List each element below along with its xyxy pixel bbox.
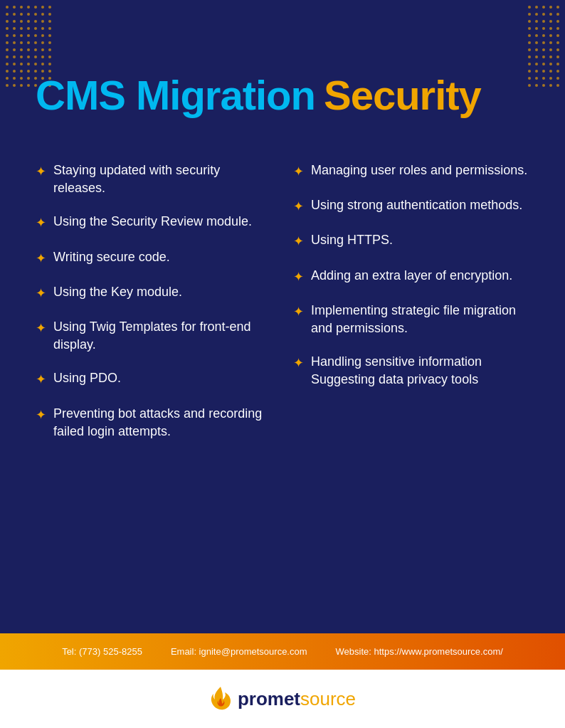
bullet-icon: ✦ xyxy=(36,285,46,302)
bullet-text: Using HTTPS. xyxy=(311,231,393,249)
footer-email: Email: ignite@prometsource.com xyxy=(171,646,307,657)
page-title: CMS Migration Security xyxy=(36,71,529,119)
bullet-text: Adding an extra layer of encryption. xyxy=(311,267,512,285)
bullet-text: Using the Security Review module. xyxy=(53,213,252,231)
logo: prometsource xyxy=(209,685,356,712)
bullet-icon: ✦ xyxy=(293,233,304,250)
logo-section: prometsource xyxy=(0,670,565,728)
bullet-icon: ✦ xyxy=(36,320,46,337)
left-bullet-item: ✦ Writing secure code. xyxy=(36,248,272,268)
right-bullet-item: ✦ Using HTTPS. xyxy=(293,231,529,250)
promet-logo-icon xyxy=(209,685,232,712)
bullet-text: Using the Key module. xyxy=(53,283,182,301)
title-security: Security xyxy=(324,71,481,119)
left-bullet-item: ✦ Using the Key module. xyxy=(36,283,272,302)
left-bullet-item: ✦ Staying updated with security releases… xyxy=(36,162,272,197)
left-bullet-item: ✦ Preventing bot attacks and recording f… xyxy=(36,405,272,441)
header-section: CMS Migration Security xyxy=(0,0,565,140)
bullet-icon: ✦ xyxy=(36,250,46,268)
bullet-text: Writing secure code. xyxy=(53,248,170,266)
left-bullet-item: ✦ Using PDO. xyxy=(36,369,272,389)
right-column: ✦ Managing user roles and permissions. ✦… xyxy=(293,162,529,612)
footer-website: Website: https://www.prometsource.com/ xyxy=(336,646,503,657)
left-column: ✦ Staying updated with security releases… xyxy=(36,162,272,612)
right-bullet-item: ✦ Adding an extra layer of encryption. xyxy=(293,267,529,286)
right-bullet-item: ✦ Handling sensitive informationSuggesti… xyxy=(293,353,529,389)
bullet-icon: ✦ xyxy=(293,198,304,216)
bullet-text: Managing user roles and permissions. xyxy=(311,162,527,179)
bullet-text: Handling sensitive informationSuggesting… xyxy=(311,353,482,389)
bullet-text: Staying updated with security releases. xyxy=(53,162,272,197)
bullet-text: Preventing bot attacks and recording fai… xyxy=(53,405,272,441)
bullet-text: Implementing strategic file migration an… xyxy=(311,302,529,337)
left-bullet-item: ✦ Using Twig Templates for front-end dis… xyxy=(36,318,272,354)
footer-tel: Tel: (773) 525-8255 xyxy=(62,646,142,657)
footer-bar: Tel: (773) 525-8255 Email: ignite@promet… xyxy=(0,633,565,670)
bullet-icon: ✦ xyxy=(36,406,46,424)
bullet-icon: ✦ xyxy=(36,214,46,232)
bullet-text: Using strong authentication methods. xyxy=(311,196,522,214)
right-bullet-item: ✦ Implementing strategic file migration … xyxy=(293,302,529,337)
right-bullet-item: ✦ Using strong authentication methods. xyxy=(293,196,529,216)
bullet-text: Using PDO. xyxy=(53,369,121,387)
bullet-icon: ✦ xyxy=(293,354,304,372)
title-cms-migration: CMS Migration xyxy=(36,71,315,119)
bullet-icon: ✦ xyxy=(293,163,304,181)
left-bullet-item: ✦ Using the Security Review module. xyxy=(36,213,272,232)
bullet-text: Using Twig Templates for front-end displ… xyxy=(53,318,272,354)
bullet-icon: ✦ xyxy=(36,163,46,181)
page-wrapper: CMS Migration Security ✦ Staying updated… xyxy=(0,0,565,728)
content-section: ✦ Staying updated with security releases… xyxy=(0,140,565,633)
logo-text: prometsource xyxy=(238,688,356,710)
bullet-icon: ✦ xyxy=(36,371,46,389)
bullet-icon: ✦ xyxy=(293,303,304,321)
right-bullet-item: ✦ Managing user roles and permissions. xyxy=(293,162,529,181)
bullet-icon: ✦ xyxy=(293,268,304,286)
